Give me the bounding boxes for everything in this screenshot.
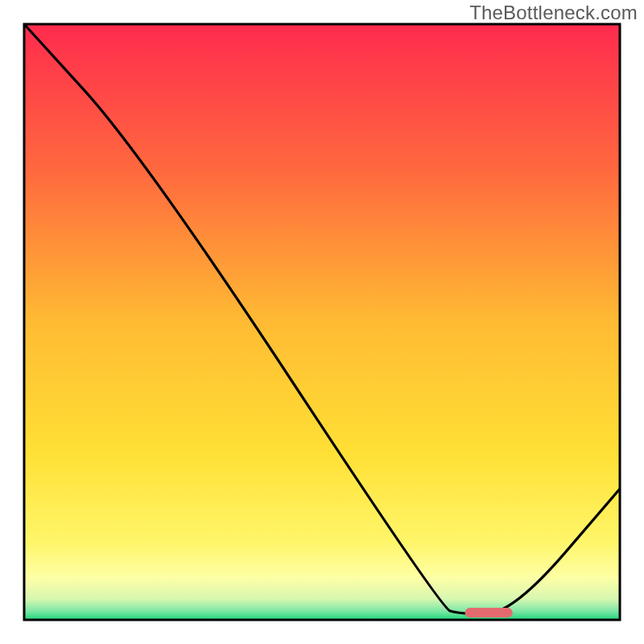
optimal-range-marker: [465, 608, 513, 617]
bottleneck-chart: [0, 0, 644, 644]
chart-container: TheBottleneck.com: [0, 0, 644, 644]
watermark-text: TheBottleneck.com: [469, 2, 638, 24]
plot-background: [24, 24, 620, 620]
